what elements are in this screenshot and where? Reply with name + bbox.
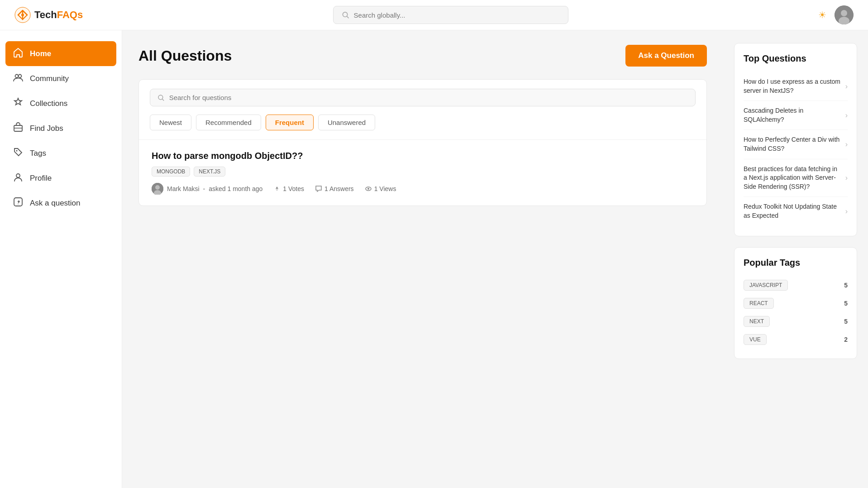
sidebar-item-tags[interactable]: Tags [0,141,122,166]
popular-tag-2: REACT 5 [744,294,848,312]
right-sidebar: Top Questions How do I use express as a … [723,30,868,488]
tag-badge-javascript[interactable]: JAVASCRIPT [744,280,788,291]
theme-toggle-button[interactable]: ☀ [818,10,826,20]
questions-search-input[interactable] [169,94,688,101]
page-title: All Questions [138,48,232,64]
global-search-input[interactable] [354,11,560,19]
filter-tab-newest[interactable]: Newest [150,115,191,130]
svg-point-10 [16,174,20,177]
top-questions-title: Top Questions [744,53,848,64]
question-time: asked 1 month ago [209,185,262,192]
top-question-2[interactable]: Cascading Deletes in SQLAlchemy? › [744,101,848,130]
question-title[interactable]: How to parse mongodb ObjectID?? [152,151,694,161]
answers-count: 1 Answers [324,185,354,192]
answers-meta: 1 Answers [315,185,354,192]
user-avatar-svg [152,183,163,195]
top-question-4[interactable]: Best practices for data fetching in a Ne… [744,159,848,197]
find-jobs-icon [13,122,24,134]
top-question-5[interactable]: Redux Toolkit Not Updating State as Expe… [744,197,848,225]
avatar-image [835,5,854,24]
sidebar-item-home[interactable]: Home [5,41,116,66]
svg-point-12 [18,204,19,205]
tag-count-react: 5 [844,300,848,307]
avatar-svg [835,5,854,24]
sidebar: Home Community Collections Find Jobs Tag… [0,30,122,488]
logo-icon [14,7,31,23]
popular-tags-section: Popular Tags JAVASCRIPT 5 REACT 5 NEXT 5… [734,247,857,359]
main-content: All Questions Ask a Question Newest Reco… [122,30,723,488]
sidebar-item-ask-question[interactable]: Ask a question [0,191,122,215]
question-tags: MONGODB NEXT.JS [152,167,694,177]
question-meta: Mark Maksi - asked 1 month ago 1 Votes 1… [152,183,694,195]
top-question-text-2: Cascading Deletes in SQLAlchemy? [744,106,842,124]
profile-icon [13,172,24,184]
sidebar-item-find-jobs[interactable]: Find Jobs [0,116,122,141]
logo-faqs-text: FAQs [57,9,83,20]
top-question-arrow-4: › [845,174,848,182]
collections-icon [13,97,24,110]
sidebar-item-community[interactable]: Community [0,66,122,91]
question-user: Mark Maksi - asked 1 month ago [152,183,262,195]
top-question-arrow-5: › [845,207,848,215]
top-question-text-5: Redux Toolkit Not Updating State as Expe… [744,202,842,220]
views-icon [365,185,372,192]
sidebar-tags-label: Tags [30,149,46,158]
popular-tags-title: Popular Tags [744,258,848,268]
votes-meta: 1 Votes [273,185,304,192]
questions-search-icon [157,94,165,101]
filter-tab-recommended[interactable]: Recommended [196,115,261,130]
popular-tag-4: VUE 2 [744,330,848,349]
top-question-arrow-1: › [845,82,848,91]
svg-point-7 [19,75,22,78]
svg-point-1 [21,14,24,16]
top-question-text-1: How do I use express as a custom server … [744,77,842,95]
popular-tag-3: NEXT 5 [744,312,848,330]
avatar[interactable] [835,5,854,24]
tag-mongodb[interactable]: MONGODB [152,167,190,177]
search-icon [342,11,349,19]
home-icon [13,48,24,60]
votes-count: 1 Votes [283,185,304,192]
sidebar-community-label: Community [30,74,69,83]
popular-tag-1: JAVASCRIPT 5 [744,276,848,294]
top-question-arrow-2: › [845,111,848,120]
sidebar-item-profile[interactable]: Profile [0,166,122,191]
top-question-text-3: How to Perfectly Center a Div with Tailw… [744,135,842,153]
tag-badge-react[interactable]: REACT [744,298,774,309]
tag-nextjs[interactable]: NEXT.JS [194,167,225,177]
global-search-bar [333,6,568,24]
filter-tab-unanswered[interactable]: Unanswered [318,115,375,130]
logo[interactable]: TechFAQs [14,7,83,23]
sidebar-home-label: Home [30,49,51,58]
ask-question-icon [13,197,24,209]
filter-tab-frequent[interactable]: Frequent [266,115,314,130]
questions-panel: Newest Recommended Frequent Unanswered H… [138,79,707,206]
tag-badge-next[interactable]: NEXT [744,316,770,327]
votes-icon [273,185,281,192]
svg-point-4 [841,10,847,16]
question-user-avatar [152,183,163,195]
tag-badge-vue[interactable]: VUE [744,334,767,345]
answers-icon [315,185,322,192]
filter-bar: Newest Recommended Frequent Unanswered [139,80,706,140]
ask-question-button[interactable]: Ask a Question [625,45,707,67]
header: TechFAQs ☀ [0,0,868,30]
header-right: ☀ [818,5,854,24]
community-icon [13,72,24,85]
tag-count-next: 5 [844,318,848,325]
sidebar-ask-question-label: Ask a question [30,199,81,208]
question-author: Mark Maksi [167,185,200,192]
layout: Home Community Collections Find Jobs Tag… [0,30,868,488]
tag-count-vue: 2 [844,336,848,343]
sidebar-profile-label: Profile [30,174,52,183]
top-question-1[interactable]: How do I use express as a custom server … [744,72,848,101]
views-count: 1 Views [374,185,396,192]
top-question-3[interactable]: How to Perfectly Center a Div with Tailw… [744,130,848,159]
top-question-arrow-3: › [845,140,848,148]
views-meta: 1 Views [365,185,396,192]
questions-search-bar [150,89,696,106]
sidebar-item-collections[interactable]: Collections [0,91,122,116]
tags-icon [13,147,24,159]
sidebar-find-jobs-label: Find Jobs [30,124,63,133]
tag-count-javascript: 5 [844,282,848,289]
